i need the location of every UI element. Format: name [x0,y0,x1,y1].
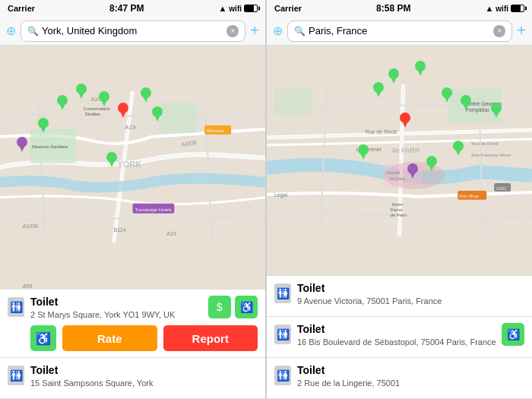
paris-toilet-3-name: Toilet [297,364,524,376]
svg-text:Conservation: Conservation [84,106,110,111]
svg-marker-31 [154,115,160,122]
york-report-button[interactable]: Report [163,325,258,351]
york-expanded-buttons: ♿ Rate Report [8,325,258,351]
paris-toilet-3-icon-container: 🚻 [274,366,297,385]
paris-search-container[interactable]: 🔍 Paris, France × [287,21,512,42]
svg-text:Rue de Rivoli: Rue de Rivoli [471,141,499,146]
svg-text:Legal: Legal [274,192,288,198]
svg-marker-73 [429,164,435,171]
paris-toilet-2-icon: 🚻 [274,325,291,344]
svg-text:4e PARR: 4e PARR [392,147,420,154]
paris-crosshair-icon[interactable]: ⊕ [273,24,283,38]
map-pin-5[interactable] [141,87,151,101]
paris-toilet-1-name: Toilet [297,282,524,294]
paris-map-pin-3[interactable] [373,82,384,96]
paris-toilet-1[interactable]: 🚻 Toilet 9 Avenue Victoria, 75001 Paris,… [267,276,532,317]
paris-battery-icon [511,5,524,12]
york-toilet-1-dollar-button[interactable]: $ [208,296,231,318]
map-pin-2[interactable] [76,84,87,97]
svg-text:A19: A19 [125,124,137,131]
york-add-button[interactable]: + [250,22,259,40]
svg-marker-75 [455,149,461,156]
paris-toilet-1-icon-container: 🚻 [274,283,297,303]
paris-toilet-2-accessible-button[interactable]: ♿ [502,323,524,346]
svg-marker-19 [59,103,65,110]
paris-map-pin-4[interactable] [442,87,452,101]
svg-marker-21 [78,92,84,99]
paris-map[interactable]: 4e PARR Rue de Rivoli Rue de Rivoli Rue … [267,46,532,275]
york-panel: Carrier 8:47 PM ▲ wifi ⊕ 🔍 York, United … [0,0,266,399]
york-toilet-2-icon-container: 🚻 [8,366,30,385]
york-rate-button[interactable]: Rate [62,325,157,351]
svg-marker-29 [40,126,46,133]
svg-rect-2 [159,103,197,133]
map-pin-8[interactable] [17,137,27,150]
svg-text:Museum Gardens: Museum Gardens [32,144,68,149]
svg-text:Hôpital: Hôpital [386,170,401,175]
york-toilet-1-accessible-button[interactable]: ♿ [235,296,258,318]
paris-toilet-3-address: 2 Rue de la Lingerie, 75001 [297,378,524,389]
york-clear-button[interactable]: × [226,25,239,37]
york-wifi-icon: wifi [229,5,242,13]
paris-status-icons: ▲ wifi [485,4,524,13]
york-search-icon: 🔍 [27,26,39,36]
paris-toilet-2-actions: ♿ [502,323,524,346]
york-toilet-2[interactable]: 🚻 Toilet 15 Saint Sampsons Square, York [0,358,265,399]
paris-toilet-3-info: Toilet 2 Rue de la Lingerie, 75001 [297,364,524,389]
svg-marker-59 [391,77,397,84]
paris-search-bar: ⊕ 🔍 Paris, France × + [267,17,532,46]
york-search-container[interactable]: 🔍 York, United Kingdom × [21,21,245,42]
paris-map-pin-10[interactable] [358,144,369,158]
paris-toilet-3-icon: 🚻 [274,366,291,385]
paris-map-pin-11[interactable] [407,163,418,177]
paris-toilet-2-icon-container: 🚻 [274,325,297,344]
svg-marker-69 [493,111,499,118]
paris-map-pin-9[interactable] [453,141,464,154]
paris-clear-button[interactable]: × [493,25,505,37]
map-pin-9[interactable] [106,152,117,166]
paris-wifi-icon: wifi [496,5,508,13]
york-toilet-1[interactable]: 🚻 Toilet 2 St Marys Square, York YO1 9WY… [0,290,265,358]
paris-list: 🚻 Toilet 9 Avenue Victoria, 75001 Paris,… [267,275,532,399]
paris-map-pin-8[interactable] [426,156,437,169]
svg-text:B124: B124 [114,227,126,233]
svg-marker-27 [143,96,149,103]
york-status-icons: ▲ wifi [218,4,258,13]
svg-text:Studies: Studies [85,112,100,116]
map-pin-6[interactable] [38,118,49,131]
svg-marker-71 [402,121,408,128]
svg-text:Rue de Rivoli: Rue de Rivoli [366,129,397,135]
svg-marker-33 [19,145,25,152]
york-accessible-left-button[interactable]: ♿ [30,325,56,351]
paris-map-pin-6[interactable] [491,103,502,116]
paris-toilet-1-address: 9 Avenue Victoria, 75001 Paris, France [297,296,524,307]
york-list: 🚻 Toilet 2 St Marys Square, York YO1 9WY… [0,289,265,399]
york-toilet-2-name: Toilet [30,364,258,376]
map-pin-7[interactable] [152,106,163,120]
paris-carrier: Carrier [274,4,302,13]
map-pin-3[interactable] [99,91,109,105]
paris-toilet-2[interactable]: 🚻 Toilet 16 Bis Boulevard de Sébastopol,… [267,317,532,358]
svg-text:UGG: UGG [496,186,507,191]
map-pin-4[interactable] [118,103,128,116]
paris-toilet-1-info: Toilet 9 Avenue Victoria, 75001 Paris, F… [297,282,524,307]
york-toilet-1-main: 🚻 Toilet 2 St Marys Square, York YO1 9WY… [8,296,258,321]
paris-toilet-2-address: 16 Bis Boulevard de Sébastopol, 75004 Pa… [297,337,502,348]
paris-time: 8:58 PM [376,3,410,14]
paris-toilet-1-icon: 🚻 [274,283,291,303]
paris-map-pin-7[interactable] [400,112,410,126]
paris-map-pin-1[interactable] [388,68,399,82]
york-map[interactable]: A1036 A1036 B124 A19 A1036 A19 A59 YORK … [0,46,265,289]
paris-toilet-2-name: Toilet [297,323,502,335]
svg-rect-39 [274,88,312,115]
paris-toilet-3[interactable]: 🚻 Toilet 2 Rue de la Lingerie, 75001 [267,358,532,399]
york-crosshair-icon[interactable]: ⊕ [6,24,16,38]
map-pin-1[interactable] [57,95,68,109]
york-toilet-1-actions: $ ♿ [208,296,258,318]
paris-map-pin-5[interactable] [461,95,471,109]
york-toilet-1-address: 2 St Marys Square, York YO1 9WY, UK [30,309,208,321]
york-toilet-2-info: Toilet 15 Saint Sampsons Square, York [30,364,258,389]
paris-map-pin-2[interactable] [415,61,426,74]
york-carrier: Carrier [8,4,35,13]
paris-add-button[interactable]: + [517,22,526,40]
